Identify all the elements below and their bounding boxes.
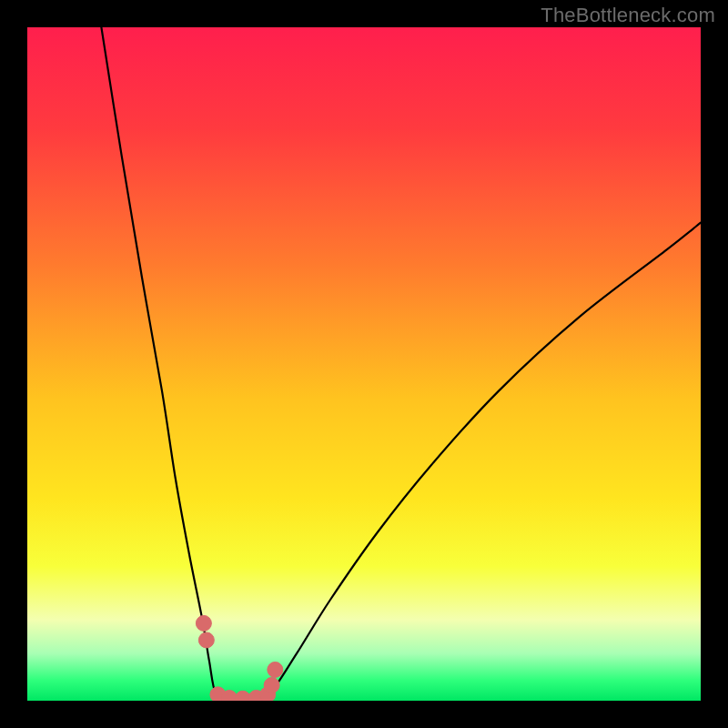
chart-frame: TheBottleneck.com <box>0 0 728 728</box>
highlight-marker <box>264 677 279 693</box>
highlight-marker <box>198 632 214 648</box>
plot-area <box>27 27 701 701</box>
gradient-background <box>27 27 701 701</box>
highlight-marker <box>196 615 211 631</box>
highlight-marker <box>268 662 283 677</box>
watermark-text: TheBottleneck.com <box>541 4 715 27</box>
plot-svg <box>27 27 701 701</box>
